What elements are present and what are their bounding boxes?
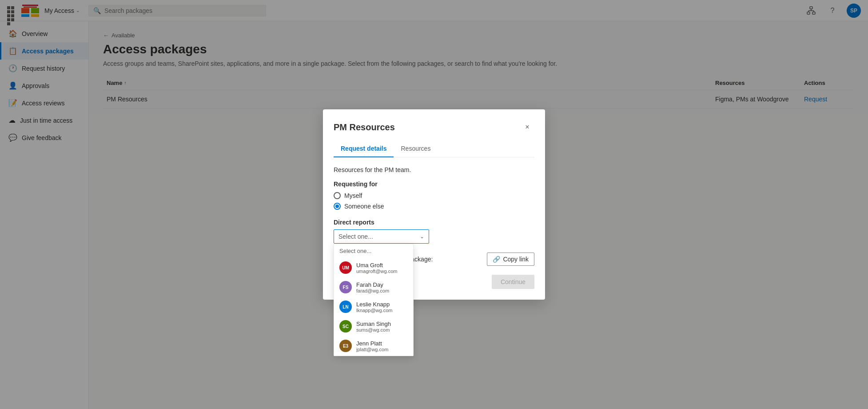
dropdown-placeholder: Select one... (338, 233, 373, 240)
dropdown-chevron-icon: ⌄ (420, 233, 424, 240)
person-info-suman: Suman Singh sums@wg.com (356, 321, 391, 333)
radio-someone-else-circle (334, 203, 341, 210)
radio-myself-label: Myself (344, 192, 362, 199)
dropdown-item-leslie-knapp[interactable]: LN Leslie Knapp lknapp@wg.com (334, 297, 413, 317)
dialog-title: PM Resources (334, 122, 395, 132)
modal-overlay: PM Resources × Request details Resources… (0, 0, 868, 409)
person-info-farah: Farah Day farad@wg.com (356, 281, 389, 293)
tab-request-details[interactable]: Request details (334, 141, 394, 157)
radio-someone-else-label: Someone else (344, 203, 384, 210)
avatar-jenn: E3 (339, 340, 352, 352)
dropdown-item-suman-singh[interactable]: SC Suman Singh sums@wg.com (334, 317, 413, 336)
radio-myself-circle (334, 192, 341, 199)
avatar-farah: FS (339, 281, 352, 293)
requesting-for-label: Requesting for (334, 180, 534, 188)
dropdown-list-placeholder[interactable]: Select one... (334, 244, 413, 258)
copy-link-label: Copy link (503, 256, 529, 263)
dropdown-button[interactable]: Select one... ⌄ (334, 229, 429, 244)
continue-button[interactable]: Continue (492, 275, 534, 289)
radio-myself[interactable]: Myself (334, 192, 534, 199)
avatar-suman: SC (339, 320, 352, 333)
direct-reports-label: Direct reports (334, 219, 534, 226)
copy-icon: 🔗 (493, 256, 500, 263)
radio-group: Myself Someone else (334, 192, 534, 210)
dropdown-item-uma-groft[interactable]: UM Uma Groft umagroft@wg.com (334, 258, 413, 277)
copy-link-button[interactable]: 🔗 Copy link (487, 253, 534, 266)
person-info-jenn: Jenn Platt jplatt@wg.com (356, 340, 388, 352)
radio-someone-else[interactable]: Someone else (334, 203, 534, 210)
dropdown-item-farah-day[interactable]: FS Farah Day farad@wg.com (334, 277, 413, 297)
dropdown-list: Select one... UM Uma Groft umagroft@wg.c… (334, 244, 414, 356)
dialog-tabs: Request details Resources (334, 141, 534, 157)
avatar-uma: UM (339, 261, 352, 274)
dialog-header: PM Resources × (334, 120, 534, 134)
avatar-leslie: LN (339, 301, 352, 313)
person-info-leslie: Leslie Knapp lknapp@wg.com (356, 301, 392, 313)
dropdown-container: Select one... ⌄ Select one... UM Uma Gro… (334, 229, 429, 244)
dialog-close-button[interactable]: × (520, 120, 534, 134)
dropdown-item-jenn-platt[interactable]: E3 Jenn Platt jplatt@wg.com (334, 336, 413, 356)
dialog-description: Resources for the PM team. (334, 166, 534, 173)
dialog: PM Resources × Request details Resources… (323, 109, 545, 300)
person-info-uma: Uma Groft umagroft@wg.com (356, 262, 397, 274)
tab-resources[interactable]: Resources (394, 141, 438, 157)
